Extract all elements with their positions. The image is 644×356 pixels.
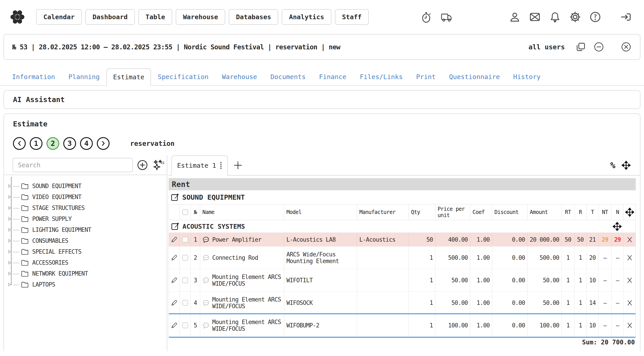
ai-sparkles-icon[interactable]: AI [152, 159, 164, 171]
row-checkbox[interactable] [180, 292, 191, 314]
tab-specification[interactable]: Specification [151, 68, 215, 85]
expand-arrow-icon[interactable] [8, 260, 12, 265]
tab-history[interactable]: History [506, 68, 547, 85]
nav-button-dashboard[interactable]: Dashboard [86, 9, 135, 25]
row-qty-cell[interactable]: 1 [409, 269, 435, 291]
nav-button-calendar[interactable]: Calendar [36, 9, 82, 25]
search-input[interactable] [12, 158, 133, 172]
row-edit-button[interactable] [169, 247, 180, 269]
row-coef-cell[interactable]: 1.00 [470, 314, 492, 337]
row-delete-button[interactable] [624, 269, 636, 291]
row-qty-cell[interactable]: 50 [409, 233, 435, 246]
tab-print[interactable]: Print [410, 68, 442, 85]
estimate-page-1[interactable]: 1 [30, 137, 42, 150]
tab-files-links[interactable]: Files/Links [353, 68, 410, 85]
row-discount-cell[interactable]: 0.00 [492, 314, 528, 337]
expand-arrow-icon[interactable] [8, 217, 12, 221]
expand-arrow-icon[interactable] [8, 282, 12, 287]
row-price-cell[interactable]: 500.00 [435, 247, 470, 269]
row-coef-cell[interactable]: 1.00 [470, 247, 492, 269]
gear-icon[interactable] [569, 11, 582, 23]
select-all-checkbox[interactable] [182, 209, 188, 215]
comment-icon[interactable] [202, 299, 210, 306]
folder-item-stage-structures[interactable]: STAGE STRUCTURES [4, 202, 167, 213]
row-checkbox[interactable] [180, 269, 191, 291]
tab-warehouse[interactable]: Warehouse [215, 68, 264, 85]
row-price-cell[interactable]: 100.00 [435, 314, 470, 337]
row-coef-cell[interactable]: 1.00 [470, 269, 492, 291]
expand-arrow-icon[interactable] [8, 228, 12, 232]
folder-item-video-equipment[interactable]: VIDEO EQUIPMENT [4, 191, 167, 202]
tab-finance[interactable]: Finance [312, 68, 353, 85]
column-move-icon[interactable] [624, 204, 636, 220]
row-delete-button[interactable] [624, 292, 636, 314]
row-qty-cell[interactable]: 1 [409, 292, 435, 314]
ai-assistant-card[interactable]: AI Assistant [4, 90, 640, 109]
folder-item-power-supply[interactable]: POWER SUPPLY [4, 213, 167, 224]
tab-documents[interactable]: Documents [264, 68, 312, 85]
expand-arrow-icon[interactable] [8, 238, 12, 243]
user-icon[interactable] [508, 11, 521, 23]
expand-arrow-icon[interactable] [8, 206, 12, 210]
sheet-tab-menu-icon[interactable] [220, 162, 222, 169]
folder-item-consumables[interactable]: CONSUMABLES [4, 235, 167, 246]
tab-estimate[interactable]: Estimate [106, 68, 151, 86]
row-edit-button[interactable] [169, 233, 180, 246]
close-circle-icon[interactable] [620, 41, 632, 53]
row-edit-button[interactable] [169, 269, 180, 291]
sheet-tab-estimate-1[interactable]: Estimate 1 [171, 156, 228, 176]
expand-arrow-icon[interactable] [8, 271, 12, 276]
row-delete-button[interactable] [624, 233, 636, 246]
row-price-cell[interactable]: 50.00 [435, 269, 470, 291]
comment-icon[interactable] [202, 322, 210, 329]
row-checkbox[interactable] [180, 247, 191, 269]
folder-item-lighting-equipment[interactable]: LIGHTING EQUIPMENT [4, 224, 167, 235]
row-price-cell[interactable]: 400.00 [435, 233, 470, 246]
nav-button-warehouse[interactable]: Warehouse [176, 9, 225, 25]
comment-icon[interactable] [202, 236, 210, 243]
row-coef-cell[interactable]: 1.00 [470, 233, 492, 246]
row-checkbox[interactable] [180, 233, 191, 246]
app-logo[interactable] [9, 8, 26, 25]
add-item-button[interactable] [136, 159, 148, 171]
percent-mode-button[interactable]: % [610, 160, 616, 170]
nav-button-databases[interactable]: Databases [229, 9, 278, 25]
folder-item-accessories[interactable]: ACCESSORIES [4, 257, 167, 268]
comment-icon[interactable] [202, 254, 210, 261]
expand-arrow-icon[interactable] [8, 195, 12, 199]
pager-next-button[interactable] [97, 137, 110, 150]
folder-item-network-equipment[interactable]: NETWORK EQUIPMENT [4, 268, 167, 279]
edit-subsection-icon[interactable] [171, 222, 179, 230]
nav-button-analytics[interactable]: Analytics [282, 9, 331, 25]
nav-button-table[interactable]: Table [138, 9, 172, 25]
stopwatch-icon[interactable] [420, 11, 432, 23]
row-checkbox[interactable] [180, 314, 191, 337]
row-discount-cell[interactable]: 0.00 [492, 233, 528, 246]
estimate-page-3[interactable]: 3 [63, 137, 76, 150]
row-discount-cell[interactable]: 0.00 [492, 292, 528, 314]
expand-arrow-icon[interactable] [8, 184, 12, 188]
row-delete-button[interactable] [624, 247, 636, 269]
add-sheet-tab-button[interactable] [228, 156, 248, 175]
nav-button-staff[interactable]: Staff [335, 9, 369, 25]
copy-icon[interactable] [575, 41, 586, 53]
row-price-cell[interactable]: 50.00 [435, 292, 470, 314]
bell-icon[interactable] [549, 11, 561, 23]
help-icon[interactable]: ? [589, 11, 602, 23]
row-edit-button[interactable] [169, 314, 180, 337]
row-edit-button[interactable] [169, 292, 180, 314]
folder-item-sound-equipment[interactable]: SOUND EQUIPMENT [4, 180, 167, 191]
move-table-icon[interactable] [621, 160, 631, 170]
row-discount-cell[interactable]: 0.00 [492, 247, 528, 269]
exit-icon[interactable] [620, 11, 632, 23]
pager-prev-button[interactable] [13, 137, 26, 150]
group-banner-rent[interactable]: Rent [168, 178, 636, 190]
estimate-page-2[interactable]: 2 [46, 137, 59, 150]
row-qty-cell[interactable]: 1 [409, 314, 435, 337]
row-discount-cell[interactable]: 0.00 [492, 269, 528, 291]
estimate-page-4[interactable]: 4 [80, 137, 93, 150]
minus-circle-icon[interactable] [593, 41, 605, 53]
tab-planning[interactable]: Planning [62, 68, 106, 85]
edit-section-icon[interactable] [171, 193, 179, 201]
comment-icon[interactable] [202, 277, 210, 284]
